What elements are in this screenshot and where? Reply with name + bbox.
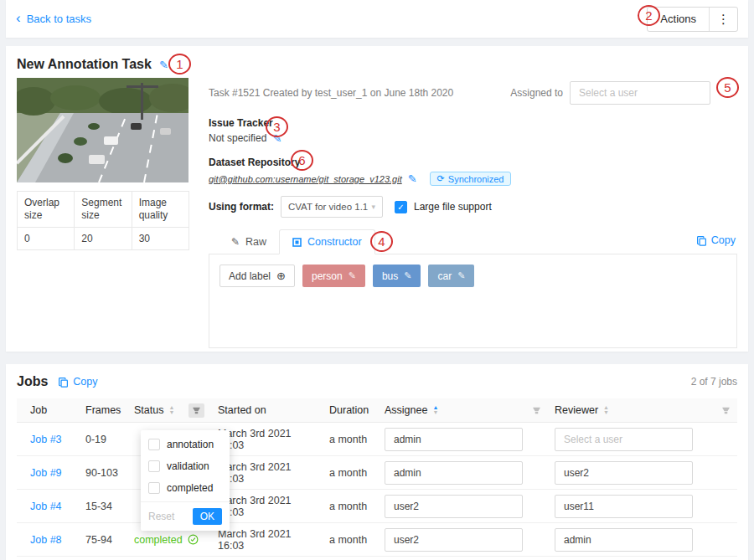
- job-reviewer-input[interactable]: [555, 461, 693, 485]
- constructor-icon: [292, 238, 302, 247]
- task-assignee-input[interactable]: [570, 81, 710, 105]
- actions-button[interactable]: Actions ⋮: [647, 7, 738, 32]
- format-select[interactable]: CVAT for video 1.1 ▾: [281, 196, 383, 218]
- job-duration: a month: [323, 434, 378, 445]
- synchronized-badge[interactable]: ⟳ Synchronized: [430, 172, 512, 186]
- job-duration: a month: [323, 501, 378, 512]
- copy-icon: [58, 377, 69, 388]
- chevron-left-icon: ‹: [16, 11, 21, 25]
- task-title: New Annotation Task: [17, 56, 152, 73]
- annotation-circle-2: 2: [638, 5, 660, 26]
- jobs-title: Jobs: [17, 374, 48, 389]
- add-label-text: Add label: [229, 270, 271, 282]
- jobs-table: Job Frames Status ▲ ▼ Started on Duratio…: [17, 398, 737, 557]
- check-icon: ✓: [397, 203, 404, 212]
- filter-option-label: completed: [167, 482, 213, 494]
- edit-title-icon[interactable]: ✎: [159, 59, 168, 70]
- copy-labels-text: Copy: [711, 234, 736, 246]
- add-label-button[interactable]: Add label ⊕: [219, 265, 295, 287]
- job-assignee-input[interactable]: [385, 428, 523, 451]
- annotation-circle-3: 3: [266, 116, 288, 137]
- job-reviewer-input[interactable]: [555, 428, 693, 451]
- filter-ok-button[interactable]: OK: [193, 508, 222, 525]
- large-file-support-checkbox[interactable]: ✓: [395, 201, 407, 213]
- edit-label-icon[interactable]: ✎: [404, 270, 411, 281]
- tab-constructor[interactable]: Constructor: [279, 229, 375, 254]
- jobs-count: 2 of 7 jobs: [691, 376, 737, 388]
- back-to-tasks-link[interactable]: ‹ Back to tasks: [16, 13, 91, 25]
- edit-label-icon[interactable]: ✎: [457, 270, 465, 281]
- task-preview-image: [17, 78, 188, 182]
- sort-down-icon: ▼: [168, 410, 174, 415]
- job-link[interactable]: Job #3: [30, 434, 62, 445]
- checkbox-validation[interactable]: [148, 460, 160, 472]
- labels-constructor-panel: Add label ⊕ person ✎ bus ✎ car ✎: [209, 254, 737, 348]
- param-value-overlap: 0: [18, 228, 75, 250]
- job-frames: 75-94: [79, 534, 127, 546]
- sort-icons[interactable]: ▲ ▼: [603, 405, 609, 415]
- tab-raw-label: Raw: [245, 236, 266, 248]
- filter-reset-button[interactable]: Reset: [148, 511, 174, 522]
- job-reviewer-input[interactable]: [555, 528, 693, 552]
- tab-constructor-label: Constructor: [307, 236, 362, 248]
- issue-tracker-value: Not specified: [209, 132, 266, 144]
- task-meta: Task #1521 Created by test_user_1 on Jun…: [209, 87, 453, 99]
- tab-raw[interactable]: ✎ Raw: [219, 230, 279, 254]
- completed-status-icon: [188, 534, 199, 545]
- checkbox-completed[interactable]: [148, 482, 160, 494]
- sync-label: Synchronized: [448, 174, 504, 184]
- job-duration: a month: [323, 467, 378, 479]
- jobs-table-header: Job Frames Status ▲ ▼ Started on Duratio…: [17, 398, 737, 423]
- sort-icons[interactable]: ▲ ▼: [432, 405, 438, 415]
- sort-down-icon: ▼: [603, 410, 609, 415]
- filter-option-validation[interactable]: validation: [141, 455, 230, 477]
- column-frames: Frames: [79, 404, 127, 416]
- topbar: ‹ Back to tasks Actions ⋮: [6, 0, 748, 38]
- filter-option-completed[interactable]: completed: [141, 477, 230, 499]
- param-header-segment: Segment size: [75, 192, 132, 228]
- task-params-table: Overlap size Segment size Image quality …: [17, 191, 189, 250]
- label-chip-person[interactable]: person ✎: [302, 265, 365, 287]
- checkbox-annotation[interactable]: [148, 439, 160, 450]
- annotation-circle-1: 1: [168, 54, 191, 74]
- column-status[interactable]: Status ▲ ▼: [127, 403, 211, 418]
- job-row: Job #3 0-19 March 3rd 2021 16:03 a month: [17, 423, 737, 456]
- label-person-name: person: [312, 270, 343, 282]
- dataset-repository-url[interactable]: git@github.com:username/git_storage_v123…: [209, 174, 402, 184]
- filter-option-annotation[interactable]: annotation: [141, 434, 230, 455]
- copy-icon: [696, 235, 707, 246]
- job-started: March 3rd 2021 16:03: [211, 528, 323, 552]
- assigned-to-label: Assigned to: [510, 87, 563, 99]
- column-reviewer[interactable]: Reviewer ▲ ▼: [548, 404, 737, 416]
- using-format-label: Using format:: [209, 201, 274, 213]
- sync-icon: ⟳: [437, 173, 445, 184]
- sort-down-icon: ▼: [432, 410, 438, 415]
- label-chip-bus[interactable]: bus ✎: [373, 265, 421, 287]
- label-chip-car[interactable]: car ✎: [428, 265, 474, 287]
- edit-label-icon[interactable]: ✎: [349, 270, 356, 281]
- job-frames: 0-19: [79, 434, 127, 445]
- chevron-down-icon: ▾: [371, 203, 375, 211]
- column-job: Job: [17, 404, 79, 416]
- task-title-row: New Annotation Task ✎: [17, 56, 737, 73]
- plus-circle-icon: ⊕: [276, 270, 286, 282]
- job-assignee-input[interactable]: [385, 461, 523, 485]
- column-assignee[interactable]: Assignee ▲ ▼: [378, 404, 548, 416]
- column-assignee-label: Assignee: [385, 404, 427, 416]
- reviewer-filter-icon[interactable]: [721, 406, 731, 415]
- param-header-overlap: Overlap size: [18, 192, 75, 228]
- sort-icons[interactable]: ▲ ▼: [168, 405, 174, 415]
- copy-jobs-link[interactable]: Copy: [58, 376, 97, 388]
- job-link[interactable]: Job #9: [30, 467, 62, 479]
- assignee-filter-icon[interactable]: [532, 406, 541, 415]
- edit-repository-icon[interactable]: ✎: [408, 173, 417, 184]
- job-link[interactable]: Job #4: [30, 501, 62, 512]
- status-filter-icon[interactable]: [188, 403, 204, 418]
- job-assignee-input[interactable]: [385, 528, 523, 552]
- copy-labels-link[interactable]: Copy: [696, 234, 737, 254]
- job-reviewer-input[interactable]: [555, 495, 693, 518]
- job-link[interactable]: Job #8: [30, 534, 62, 546]
- job-assignee-input[interactable]: [385, 495, 523, 518]
- task-details-card: New Annotation Task ✎: [6, 46, 748, 352]
- more-icon[interactable]: ⋮: [710, 8, 737, 31]
